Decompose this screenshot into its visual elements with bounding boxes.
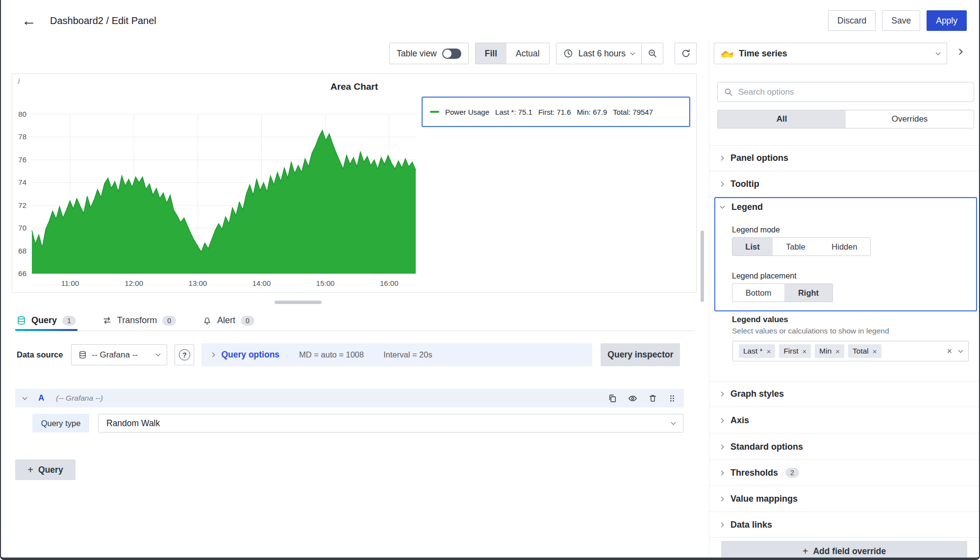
clear-all-icon[interactable]: × bbox=[947, 347, 952, 356]
database-icon bbox=[17, 316, 26, 325]
remove-tag-icon[interactable]: × bbox=[767, 348, 771, 355]
svg-text:66: 66 bbox=[18, 269, 26, 278]
legend-mode-hidden[interactable]: Hidden bbox=[819, 238, 870, 255]
section-label: Standard options bbox=[730, 442, 803, 452]
query-row-a[interactable]: A (-- Grafana --) bbox=[15, 389, 684, 407]
zoom-out-button[interactable] bbox=[641, 43, 663, 64]
legend-section-highlight: Legend Legend mode List Table Hidden Leg… bbox=[714, 197, 977, 311]
query-type-select[interactable]: Random Walk bbox=[98, 414, 683, 433]
chevron-down-icon bbox=[720, 204, 725, 209]
tab-query[interactable]: Query 1 bbox=[15, 310, 77, 331]
refresh-button[interactable] bbox=[675, 43, 697, 64]
legend-value-tag-total[interactable]: Total× bbox=[848, 344, 881, 358]
apply-button[interactable]: Apply bbox=[927, 10, 967, 31]
table-view-switch[interactable] bbox=[442, 49, 461, 59]
datasource-picker[interactable]: -- Grafana -- bbox=[71, 344, 167, 365]
table-view-toggle[interactable]: Table view bbox=[389, 43, 469, 64]
svg-text:16:00: 16:00 bbox=[380, 279, 399, 287]
add-field-override-button[interactable]: + Add field override bbox=[721, 541, 967, 558]
query-inspector-button[interactable]: Query inspector bbox=[601, 343, 680, 366]
query-row-actions bbox=[608, 394, 676, 403]
legend-stat-min: Min: 67.9 bbox=[577, 108, 607, 116]
chevron-right-icon bbox=[719, 522, 724, 527]
legend-placement-right[interactable]: Right bbox=[784, 284, 832, 302]
chevron-right-icon bbox=[719, 496, 724, 501]
legend-stat-total: Total: 79547 bbox=[613, 108, 653, 116]
editor-tabs: Query 1 Transform 0 Alert 0 bbox=[15, 310, 695, 331]
tag-label: Last * bbox=[743, 347, 763, 356]
time-range-picker[interactable]: Last 6 hours bbox=[556, 43, 642, 64]
add-query-label: Query bbox=[38, 465, 63, 475]
legend-mode-table[interactable]: Table bbox=[773, 238, 819, 255]
refresh-icon bbox=[681, 49, 691, 58]
question-mark-icon: ? bbox=[179, 349, 190, 360]
section-standard-options[interactable]: Standard options bbox=[709, 434, 980, 460]
legend-value-tag-first[interactable]: First× bbox=[779, 344, 811, 358]
collapse-query-icon[interactable] bbox=[23, 395, 27, 400]
duplicate-query-button[interactable] bbox=[608, 394, 617, 403]
chevron-down-icon bbox=[630, 50, 635, 55]
collapse-sidebar-chevron-icon[interactable] bbox=[956, 49, 963, 55]
legend-values-hint: Select values or calculations to show in… bbox=[732, 327, 889, 335]
section-tooltip[interactable]: Tooltip bbox=[709, 171, 980, 197]
legend-value-tag-last[interactable]: Last *× bbox=[739, 344, 775, 358]
legend-value-tag-min[interactable]: Min× bbox=[815, 344, 844, 358]
visualization-picker[interactable]: Time series bbox=[714, 43, 947, 64]
tab-alert-label: Alert bbox=[217, 315, 235, 326]
svg-text:14:00: 14:00 bbox=[252, 279, 271, 287]
section-thresholds[interactable]: Thresholds 2 bbox=[709, 460, 980, 486]
svg-text:80: 80 bbox=[18, 110, 26, 118]
section-axis[interactable]: Axis bbox=[709, 407, 980, 433]
legend-placement-bottom[interactable]: Bottom bbox=[732, 284, 784, 302]
tab-transform[interactable]: Transform 0 bbox=[101, 310, 177, 331]
legend-mode-list[interactable]: List bbox=[732, 238, 773, 255]
add-query-button[interactable]: + Query bbox=[15, 459, 75, 480]
legend-values-select[interactable]: Last *× First× Min× Total× × bbox=[732, 341, 969, 361]
series-name[interactable]: Power Usage bbox=[445, 108, 489, 116]
section-graph-styles[interactable]: Graph styles bbox=[709, 381, 980, 407]
table-view-label: Table view bbox=[397, 49, 437, 59]
section-label: Axis bbox=[730, 415, 749, 426]
bell-icon bbox=[202, 316, 212, 325]
delete-query-button[interactable] bbox=[648, 394, 657, 403]
discard-button[interactable]: Discard bbox=[828, 10, 876, 31]
tab-all[interactable]: All bbox=[718, 110, 846, 128]
tab-query-label: Query bbox=[31, 315, 57, 326]
chevron-down-icon[interactable] bbox=[958, 348, 963, 353]
query-type-label: Query type bbox=[32, 414, 89, 433]
drag-query-handle[interactable] bbox=[668, 394, 676, 403]
fill-option[interactable]: Fill bbox=[476, 43, 506, 64]
series-color-swatch bbox=[430, 111, 439, 113]
back-arrow-icon[interactable]: ← bbox=[22, 13, 36, 28]
vertical-scrollbar[interactable] bbox=[701, 230, 704, 302]
svg-text:78: 78 bbox=[18, 132, 26, 141]
query-ref-id: A bbox=[38, 393, 44, 403]
svg-text:12:00: 12:00 bbox=[125, 279, 143, 287]
query-type-value: Random Walk bbox=[106, 418, 160, 429]
section-value-mappings[interactable]: Value mappings bbox=[709, 486, 980, 512]
hide-query-button[interactable] bbox=[628, 394, 637, 403]
query-options-bar[interactable]: Query options MD = auto = 1008 Interval … bbox=[201, 343, 592, 366]
section-label: Panel options bbox=[730, 153, 788, 163]
datasource-label: Data source bbox=[17, 350, 63, 359]
time-series-viz-icon bbox=[721, 50, 733, 57]
search-input[interactable] bbox=[738, 87, 967, 97]
tab-alert[interactable]: Alert 0 bbox=[201, 310, 256, 331]
query-options-label[interactable]: Query options bbox=[221, 350, 279, 360]
plus-icon: + bbox=[27, 465, 33, 475]
horizontal-scrollbar[interactable] bbox=[275, 301, 322, 304]
save-button[interactable]: Save bbox=[882, 10, 920, 31]
section-label: Thresholds bbox=[730, 468, 778, 478]
remove-tag-icon[interactable]: × bbox=[803, 348, 807, 355]
remove-tag-icon[interactable]: × bbox=[835, 348, 840, 355]
section-legend[interactable]: Legend bbox=[721, 202, 763, 212]
remove-tag-icon[interactable]: × bbox=[873, 348, 877, 355]
tab-overrides[interactable]: Overrides bbox=[846, 110, 974, 128]
actual-option[interactable]: Actual bbox=[506, 43, 549, 64]
time-series-plot[interactable]: 666870727476788011:0012:0013:0014:0015:0… bbox=[12, 96, 424, 291]
section-data-links[interactable]: Data links bbox=[709, 512, 980, 538]
help-button[interactable]: ? bbox=[175, 344, 194, 365]
section-panel-options[interactable]: Panel options bbox=[709, 145, 980, 171]
fill-actual-group: Fill Actual bbox=[475, 43, 550, 64]
legend-stat-first: First: 71.6 bbox=[538, 108, 571, 116]
